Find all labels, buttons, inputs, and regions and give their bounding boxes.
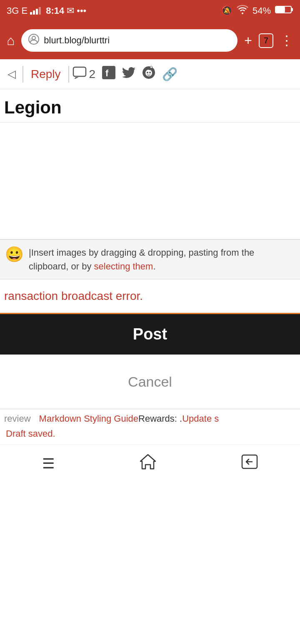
review-link[interactable]: review bbox=[4, 413, 31, 424]
email-icon: ✉ bbox=[67, 5, 74, 16]
comment-count-label: 2 bbox=[89, 68, 96, 81]
svg-point-4 bbox=[32, 36, 35, 40]
reddit-icon[interactable] bbox=[142, 66, 155, 83]
emoji-picker-button[interactable]: 😀 bbox=[5, 246, 24, 263]
svg-rect-7 bbox=[102, 66, 115, 79]
share-bar: ◁ Reply 2 f bbox=[0, 59, 300, 89]
article-title: Legion bbox=[4, 98, 62, 117]
back-button[interactable]: ◁ bbox=[4, 68, 19, 80]
browser-menu-button[interactable]: ⋮ bbox=[280, 33, 293, 48]
cancel-area: Cancel bbox=[0, 355, 300, 409]
footer-bar: review Markdown Styling Guide Rewards: .… bbox=[0, 409, 300, 444]
editor-hint-period: . bbox=[153, 261, 155, 272]
svg-point-11 bbox=[147, 72, 148, 73]
divider-1 bbox=[22, 66, 23, 83]
rewards-label: Rewards: . bbox=[138, 413, 182, 424]
editor-toolbar: 😀 |Insert images by dragging & dropping,… bbox=[0, 239, 300, 279]
battery-icon bbox=[275, 5, 293, 17]
wifi-icon bbox=[237, 5, 248, 17]
svg-rect-6 bbox=[73, 67, 86, 76]
share-icons-group: 2 f 🔗 bbox=[72, 66, 178, 83]
draft-saved-label: Draft saved. bbox=[4, 428, 55, 439]
status-right: 🔕 54% bbox=[221, 5, 293, 17]
divider-2 bbox=[68, 66, 69, 83]
status-left: 3G E 8:14 ✉ ••• bbox=[7, 5, 86, 16]
carrier-label: 3G E bbox=[7, 5, 28, 16]
browser-bar: ⌂ blurt.blog/blurttri + 7 ⋮ bbox=[0, 22, 300, 59]
user-circle-icon bbox=[28, 33, 40, 48]
content-body-area bbox=[0, 123, 300, 239]
signal-icon bbox=[30, 7, 41, 15]
svg-text:f: f bbox=[105, 68, 109, 78]
footer-links: review Markdown Styling Guide Rewards: .… bbox=[0, 413, 300, 428]
post-button-area: Post bbox=[0, 313, 300, 355]
nav-back-button[interactable] bbox=[241, 454, 258, 473]
twitter-icon[interactable] bbox=[122, 66, 135, 82]
browser-home-button[interactable]: ⌂ bbox=[7, 33, 15, 48]
tab-count-badge[interactable]: 7 bbox=[259, 33, 273, 48]
link-icon[interactable]: 🔗 bbox=[162, 67, 178, 81]
nav-home-button[interactable] bbox=[139, 453, 157, 473]
cancel-button[interactable]: Cancel bbox=[128, 374, 172, 390]
svg-rect-2 bbox=[276, 7, 285, 13]
svg-point-15 bbox=[150, 66, 152, 68]
comment-count-group[interactable]: 2 bbox=[72, 66, 96, 82]
battery-label: 54% bbox=[252, 5, 271, 16]
status-bar: 3G E 8:14 ✉ ••• 🔕 54% bbox=[0, 0, 300, 22]
url-text: blurt.blog/blurttri bbox=[44, 35, 110, 46]
time-label: 8:14 bbox=[46, 5, 64, 16]
dots-icon: ••• bbox=[77, 5, 86, 16]
markdown-guide-link[interactable]: Markdown Styling Guide bbox=[39, 413, 138, 424]
error-message: ransaction broadcast error. bbox=[4, 289, 143, 302]
svg-point-12 bbox=[149, 72, 151, 73]
comment-icon bbox=[72, 66, 87, 82]
post-button[interactable]: Post bbox=[133, 325, 167, 343]
nav-menu-button[interactable]: ☰ bbox=[42, 455, 55, 472]
svg-point-5 bbox=[30, 38, 32, 40]
facebook-icon[interactable]: f bbox=[102, 66, 115, 83]
url-bar[interactable]: blurt.blog/blurttri bbox=[21, 29, 238, 52]
update-link[interactable]: Update s bbox=[182, 413, 219, 424]
error-area: ransaction broadcast error. bbox=[0, 279, 300, 313]
editor-hint-link[interactable]: selecting them bbox=[94, 261, 153, 272]
editor-hint-text: |Insert images by dragging & dropping, p… bbox=[29, 246, 295, 273]
nav-bar: ☰ bbox=[0, 444, 300, 482]
svg-rect-1 bbox=[291, 8, 293, 11]
reply-button[interactable]: Reply bbox=[27, 68, 65, 81]
mute-icon: 🔕 bbox=[221, 5, 232, 16]
content-area: Legion bbox=[0, 89, 300, 123]
add-tab-button[interactable]: + bbox=[244, 33, 252, 48]
